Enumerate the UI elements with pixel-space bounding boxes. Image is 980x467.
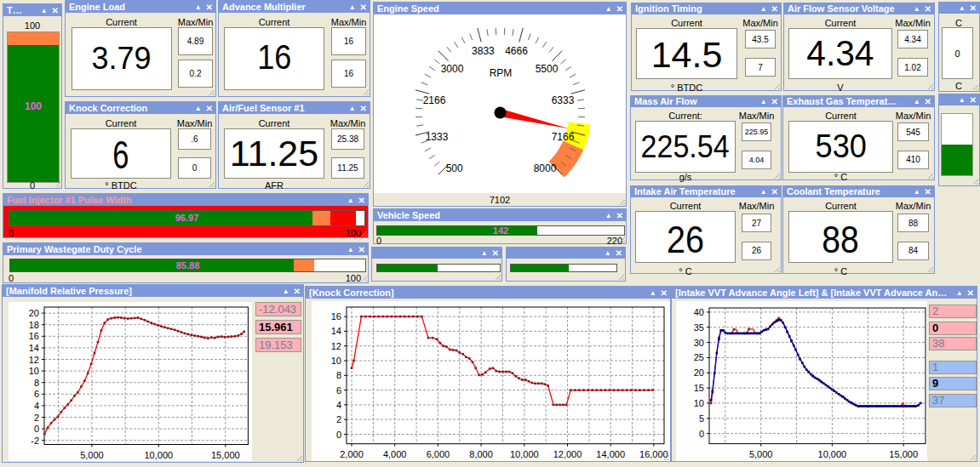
svg-text:10: 10: [331, 356, 341, 366]
svg-text:10: 10: [694, 398, 704, 408]
svg-text:6333: 6333: [552, 94, 575, 106]
svg-text:10,000: 10,000: [144, 450, 173, 460]
svg-text:3000: 3000: [441, 63, 464, 75]
svg-text:5: 5: [699, 413, 704, 424]
svg-text:2,000: 2,000: [340, 449, 364, 459]
svg-text:14: 14: [331, 326, 341, 336]
svg-text:16: 16: [29, 331, 39, 341]
svg-text:5500: 5500: [536, 63, 559, 75]
svg-text:4: 4: [34, 401, 39, 411]
svg-text:20: 20: [29, 308, 39, 318]
svg-text:20: 20: [694, 367, 704, 378]
svg-text:10: 10: [29, 366, 39, 376]
svg-text:10,000: 10,000: [818, 449, 847, 459]
svg-text:4,000: 4,000: [383, 449, 407, 459]
svg-text:15: 15: [694, 383, 704, 393]
svg-text:3833: 3833: [472, 45, 495, 57]
svg-text:12,000: 12,000: [553, 449, 582, 459]
svg-text:5,000: 5,000: [80, 450, 104, 460]
svg-text:18: 18: [29, 320, 39, 330]
svg-text:4666: 4666: [505, 45, 528, 57]
svg-text:25: 25: [694, 352, 704, 362]
svg-text:5,000: 5,000: [749, 449, 773, 459]
svg-text:16,000: 16,000: [639, 449, 668, 459]
svg-text:0: 0: [699, 429, 704, 439]
svg-text:0: 0: [336, 430, 341, 440]
svg-text:10,000: 10,000: [510, 449, 539, 459]
svg-text:RPM: RPM: [490, 67, 513, 79]
svg-text:2166: 2166: [423, 94, 446, 106]
svg-text:2: 2: [34, 413, 39, 423]
svg-text:14: 14: [29, 343, 39, 353]
svg-text:6: 6: [34, 389, 39, 399]
svg-text:6,000: 6,000: [427, 449, 450, 459]
svg-text:8: 8: [336, 370, 341, 380]
svg-text:500: 500: [446, 162, 463, 174]
svg-text:7166: 7166: [552, 131, 575, 143]
svg-text:14,000: 14,000: [596, 449, 625, 459]
svg-text:8: 8: [34, 378, 39, 388]
svg-text:8,000: 8,000: [469, 449, 493, 459]
svg-text:-2: -2: [31, 436, 39, 446]
svg-text:30: 30: [694, 338, 704, 348]
svg-text:8000: 8000: [534, 162, 557, 174]
svg-text:1333: 1333: [426, 131, 449, 143]
svg-text:12: 12: [331, 341, 341, 351]
svg-text:40: 40: [694, 307, 704, 317]
svg-text:35: 35: [694, 322, 704, 333]
svg-text:15,000: 15,000: [211, 450, 240, 460]
svg-text:15,000: 15,000: [889, 449, 918, 459]
svg-text:12: 12: [29, 355, 39, 365]
svg-text:6: 6: [336, 385, 341, 396]
svg-text:2: 2: [336, 414, 341, 424]
svg-text:0: 0: [34, 424, 39, 434]
svg-text:4: 4: [336, 400, 341, 410]
svg-text:16: 16: [331, 311, 341, 322]
